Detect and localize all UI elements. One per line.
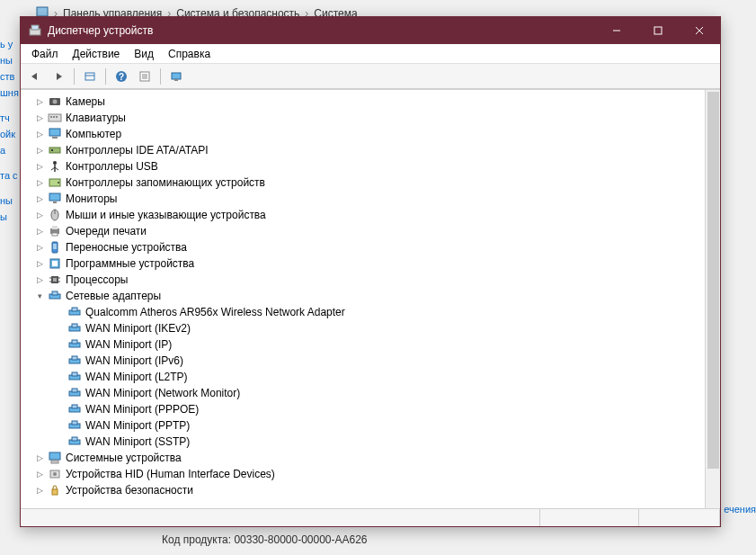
menu-help[interactable]: Справка	[161, 46, 218, 62]
twisty-collapsed-icon[interactable]: ▷	[33, 176, 46, 189]
tree-item-adapter[interactable]: Qualcomm Atheros AR956x Wireless Network…	[28, 304, 720, 320]
titlebar[interactable]: Диспетчер устройств	[21, 17, 720, 44]
twisty-collapsed-icon[interactable]: ▷	[33, 468, 46, 480]
tree-item-hid[interactable]: ▷Устройства HID (Human Interface Devices…	[28, 466, 720, 482]
svg-rect-20	[50, 116, 52, 118]
twisty-collapsed-icon[interactable]: ▷	[33, 225, 46, 237]
tree-item-camera[interactable]: ▷Камеры	[28, 94, 720, 110]
printer-icon	[48, 224, 62, 238]
twisty-none	[53, 371, 66, 383]
tree-item-network[interactable]: ▾Сетевые адаптеры	[28, 288, 720, 304]
tree-item-label: Мыши и иные указывающие устройства	[66, 209, 266, 221]
minimize-button[interactable]	[596, 17, 637, 44]
tree-item-adapter[interactable]: WAN Miniport (IKEv2)	[28, 320, 720, 336]
twisty-none	[53, 387, 66, 399]
statusbar	[21, 508, 720, 526]
tree-item-adapter[interactable]: WAN Miniport (L2TP)	[28, 369, 720, 385]
twisty-collapsed-icon[interactable]: ▷	[33, 192, 46, 205]
twisty-collapsed-icon[interactable]: ▷	[33, 128, 46, 140]
tree-item-label: WAN Miniport (L2TP)	[85, 371, 188, 383]
cpu-icon	[48, 273, 62, 287]
maximize-button[interactable]	[637, 17, 679, 44]
tree-item-label: WAN Miniport (PPTP)	[85, 419, 190, 432]
svg-rect-4	[654, 27, 662, 34]
adapter-icon	[67, 434, 82, 449]
svg-rect-39	[52, 233, 58, 236]
product-id: Код продукта: 00330-80000-00000-AA626	[162, 533, 368, 546]
adapter-icon	[67, 386, 82, 400]
svg-rect-57	[72, 340, 77, 344]
tree-item-adapter[interactable]: WAN Miniport (IP)	[28, 336, 720, 353]
svg-rect-41	[53, 244, 57, 249]
twisty-collapsed-icon[interactable]: ▷	[33, 209, 46, 221]
twisty-collapsed-icon[interactable]: ▷	[33, 273, 46, 286]
usb-icon	[48, 159, 62, 174]
properties-button[interactable]	[134, 67, 156, 86]
twisty-collapsed-icon[interactable]: ▷	[33, 112, 46, 124]
twisty-none	[53, 338, 66, 351]
twisty-expanded-icon[interactable]: ▾	[33, 290, 46, 302]
tree-item-label: WAN Miniport (SSTP)	[85, 435, 190, 448]
scan-button[interactable]	[165, 67, 187, 86]
svg-rect-21	[53, 116, 55, 118]
svg-rect-25	[49, 148, 60, 153]
tree-item-software[interactable]: ▷Программные устройства	[28, 255, 720, 272]
twisty-collapsed-icon[interactable]: ▷	[33, 257, 46, 270]
twisty-collapsed-icon[interactable]: ▷	[33, 241, 46, 254]
twisty-collapsed-icon[interactable]: ▷	[33, 484, 46, 497]
hid-icon	[48, 467, 62, 481]
adapter-icon	[67, 418, 82, 433]
twisty-collapsed-icon[interactable]: ▷	[33, 144, 46, 157]
menu-file[interactable]: Файл	[24, 46, 66, 62]
tree-item-label: Компьютер	[66, 128, 121, 140]
twisty-none	[53, 306, 66, 318]
scrollbar-thumb[interactable]	[707, 92, 719, 469]
window-title: Диспетчер устройств	[48, 24, 153, 37]
close-button[interactable]	[679, 17, 720, 44]
svg-point-32	[58, 182, 59, 184]
tree-item-adapter[interactable]: WAN Miniport (PPPOE)	[28, 401, 720, 417]
tree-item-monitor[interactable]: ▷Мониторы	[28, 191, 720, 207]
svg-rect-15	[172, 73, 181, 79]
tree-item-adapter[interactable]: WAN Miniport (Network Monitor)	[28, 385, 720, 401]
menu-view[interactable]: Вид	[127, 46, 161, 62]
tree-item-keyboard[interactable]: ▷Клавиатуры	[28, 110, 720, 126]
tree-item-label: Переносные устройства	[66, 241, 187, 254]
svg-rect-33	[49, 193, 60, 201]
show-hidden-button[interactable]	[79, 67, 101, 86]
tree-item-cpu[interactable]: ▷Процессоры	[28, 272, 720, 288]
tree-item-storage[interactable]: ▷Контроллеры запоминающих устройств	[28, 175, 720, 191]
bg-right-text: ечения	[724, 504, 756, 515]
svg-rect-16	[174, 79, 178, 81]
twisty-none	[53, 354, 66, 367]
tree-item-system[interactable]: ▷Системные устройства	[28, 450, 720, 466]
svg-rect-2	[31, 25, 39, 30]
tree-item-portable[interactable]: ▷Переносные устройства	[28, 239, 720, 255]
tree-item-printer[interactable]: ▷Очереди печати	[28, 223, 720, 239]
tree-item-label: WAN Miniport (IPv6)	[85, 354, 183, 367]
tree-item-adapter[interactable]: WAN Miniport (PPTP)	[28, 417, 720, 434]
twisty-none	[53, 435, 66, 448]
vertical-scrollbar[interactable]	[705, 90, 720, 508]
bg-left-text: ь уны ствшня тчойк а та с ныы	[0, 36, 20, 225]
tree-item-adapter[interactable]: WAN Miniport (SSTP)	[28, 434, 720, 450]
mouse-icon	[48, 208, 62, 222]
menu-action[interactable]: Действие	[66, 46, 128, 62]
tree-item-adapter[interactable]: WAN Miniport (IPv6)	[28, 353, 720, 369]
back-button[interactable]	[24, 67, 46, 86]
tree-item-label: Устройства безопасности	[66, 484, 193, 497]
twisty-collapsed-icon[interactable]: ▷	[33, 160, 46, 173]
storage-icon	[48, 175, 62, 190]
tree-item-computer[interactable]: ▷Компьютер	[28, 126, 720, 142]
tree-item-usb[interactable]: ▷Контроллеры USB	[28, 158, 720, 175]
tree-item-label: Мониторы	[66, 192, 117, 205]
help-button[interactable]: ?	[111, 67, 132, 86]
tree-item-mouse[interactable]: ▷Мыши и иные указывающие устройства	[28, 207, 720, 223]
twisty-collapsed-icon[interactable]: ▷	[33, 452, 46, 464]
tree-item-ide[interactable]: ▷Контроллеры IDE ATA/ATAPI	[28, 142, 720, 158]
device-tree[interactable]: ▷Камеры▷Клавиатуры▷Компьютер▷Контроллеры…	[21, 90, 720, 508]
tree-item-security[interactable]: ▷Устройства безопасности	[28, 482, 720, 498]
network-icon	[48, 289, 62, 303]
twisty-collapsed-icon[interactable]: ▷	[33, 95, 46, 108]
forward-button[interactable]	[48, 67, 69, 86]
